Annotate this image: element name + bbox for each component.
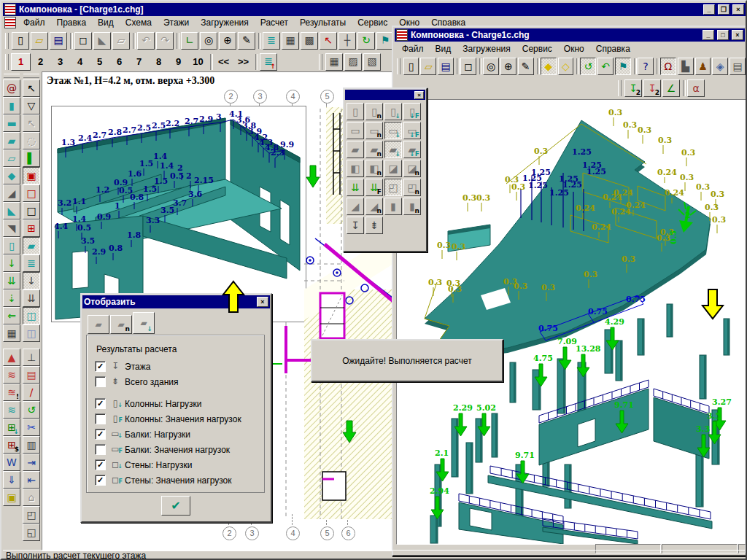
two-panes-outline-button[interactable]: ◫ xyxy=(23,324,40,342)
new-document-button[interactable]: ▯ xyxy=(403,58,419,75)
palette-slab-load-button[interactable]: ▰↓ xyxy=(384,141,402,158)
floor-button-9[interactable]: 9 xyxy=(169,53,188,71)
toolbar-grip[interactable] xyxy=(4,74,20,78)
checkbox-4[interactable]: ✓ xyxy=(95,429,106,440)
context-help-button[interactable]: ? xyxy=(638,58,654,75)
palette-load-lines-button[interactable]: ⇟ xyxy=(365,217,383,234)
worker-figure-button[interactable]: ♟ xyxy=(695,58,711,75)
sketch-box-button[interactable]: ◈ xyxy=(712,58,728,75)
palette-column-force-button[interactable]: ▯↓F xyxy=(403,103,421,120)
calc-warning-button[interactable]: ≋! xyxy=(3,384,20,401)
select-lasso-button[interactable]: ◌ xyxy=(23,132,40,149)
render-flag-button[interactable]: ⚑ xyxy=(615,58,631,75)
anvil-tool-button[interactable]: ⊥ xyxy=(23,349,40,366)
export-fragment-button[interactable]: ⇥ xyxy=(23,454,40,471)
pan-cross-button[interactable]: ┼ xyxy=(338,32,356,50)
palette-wall-n-button[interactable]: ◢n xyxy=(365,198,383,215)
add-console-button[interactable]: ◆ xyxy=(3,167,20,184)
dialog-ok-button[interactable]: ✔ xyxy=(161,496,190,516)
undo-button[interactable]: ↶ xyxy=(137,32,155,50)
menu-item-2[interactable]: Вид xyxy=(92,16,120,29)
grid-cut-button[interactable]: ▧ xyxy=(363,53,381,71)
arrow-down-tool-button[interactable]: ↓ xyxy=(23,272,40,289)
anchor-at-button[interactable]: @ xyxy=(3,79,20,97)
toolbar-grip[interactable] xyxy=(5,33,9,49)
two-panes-button[interactable]: ◫ xyxy=(23,307,40,324)
child-menu-item-1[interactable]: Вид xyxy=(430,42,457,55)
load-per-area-green-button[interactable]: ↧2 xyxy=(624,79,642,97)
select-frame-button[interactable]: ◻ xyxy=(74,32,92,50)
tab-elements[interactable]: ▰ xyxy=(88,315,109,334)
rotate-view-button[interactable]: ↺ xyxy=(580,58,596,75)
select-plus-button[interactable]: ↖ xyxy=(23,114,40,132)
floor-button-8[interactable]: 8 xyxy=(149,53,169,71)
table-cost-button[interactable]: ⊞$ xyxy=(3,436,20,454)
zoom-target-button[interactable]: ⊕ xyxy=(500,58,516,75)
floor-button-4[interactable]: 4 xyxy=(70,53,90,71)
corner-detail-pm-button[interactable]: ◱ xyxy=(23,524,40,541)
calc-results-button[interactable]: ≋ xyxy=(3,401,20,419)
checkbox-1[interactable] xyxy=(95,376,106,387)
floor-button-7[interactable]: 7 xyxy=(129,53,149,71)
grid-delete-button[interactable]: ▨ xyxy=(344,53,362,71)
add-column-button[interactable]: ▮ xyxy=(3,97,20,114)
palette-roof-n-button[interactable]: ◪n xyxy=(403,160,421,177)
yellow-down-arrow-icon[interactable] xyxy=(700,287,726,322)
floor-button-2[interactable]: 2 xyxy=(31,53,50,71)
floor-button-1[interactable]: 1 xyxy=(11,53,31,71)
window-red-filled-button[interactable]: ▣ xyxy=(23,167,40,184)
axes-origin-button[interactable]: ∟ xyxy=(181,32,198,50)
add-wall-low-button[interactable]: ◣ xyxy=(3,202,20,219)
load-per-area-red-button[interactable]: ↧2 xyxy=(643,79,661,97)
cursor-red-button[interactable]: ↖ xyxy=(320,32,337,50)
palette-column-n-button[interactable]: ▯n xyxy=(365,103,383,120)
grid-view-button[interactable]: ▦ xyxy=(282,32,299,50)
menu-item-3[interactable]: Схема xyxy=(120,16,158,29)
view-wire-cube-button[interactable]: ◇ xyxy=(558,58,574,75)
minimize-button[interactable]: _ xyxy=(703,4,715,15)
palette-block-n-button[interactable]: ◰n xyxy=(403,179,421,196)
child-maximize-button[interactable]: □ xyxy=(717,30,729,40)
add-partition-button[interactable]: ◥ xyxy=(3,219,20,237)
add-slab-button[interactable]: ▰ xyxy=(3,132,20,149)
add-pier-button[interactable]: ▯ xyxy=(3,237,20,254)
fragment-grid-button[interactable]: ▦ xyxy=(3,324,20,342)
palette-pier-button[interactable]: ▮ xyxy=(384,198,402,215)
palette-column-load-button[interactable]: ▯↓ xyxy=(384,103,402,120)
add-point-load-button[interactable]: ↓ xyxy=(3,254,20,272)
layers-view-button[interactable]: ≣ xyxy=(263,32,280,50)
return-view-button[interactable]: ↶ xyxy=(597,58,614,75)
palette-load-line-button[interactable]: ↧ xyxy=(347,217,364,234)
menu-item-8[interactable]: Сервис xyxy=(352,16,393,29)
menu-item-7[interactable]: Результаты xyxy=(294,16,352,29)
palette-block-button[interactable]: ◰ xyxy=(384,179,402,196)
palette-close-button[interactable]: × xyxy=(414,91,424,99)
grid-new-button[interactable]: ▩ xyxy=(301,32,318,50)
view-solid-cube-button[interactable]: ◆ xyxy=(541,58,557,75)
palette-slab-force-button[interactable]: ▰↓F xyxy=(403,141,421,158)
calc-all-floors-button[interactable]: ≋ xyxy=(3,366,20,384)
dialog-close-button[interactable]: × xyxy=(257,297,268,307)
palette-beam-button[interactable]: ▭ xyxy=(347,122,364,139)
checkbox-0[interactable]: ✓ xyxy=(95,361,106,372)
child-menu-item-5[interactable]: Справка xyxy=(590,42,636,55)
section-tool-button[interactable]: ◣ xyxy=(93,32,111,50)
checkbox-7[interactable]: ✓ xyxy=(95,475,106,486)
restore-button[interactable]: ❐ xyxy=(718,4,729,15)
tab-loads[interactable]: ▰↓ xyxy=(133,312,155,334)
toolbar-grip[interactable] xyxy=(618,80,622,96)
child-minimize-button[interactable]: _ xyxy=(703,30,714,40)
palette-pier-n-button[interactable]: ▮n xyxy=(403,198,421,215)
arrows-down-tool-button[interactable]: ⇊ xyxy=(23,289,40,307)
menu-item-0[interactable]: Файл xyxy=(18,16,51,29)
column-under-load-button[interactable]: ⇓ xyxy=(3,471,20,489)
palette-beam-load-button[interactable]: ▭↓ xyxy=(384,122,402,139)
table-loads-button[interactable]: ⊞↓ xyxy=(3,419,20,436)
filter-select-button[interactable]: ▽ xyxy=(23,97,40,114)
paint-properties-button[interactable]: ▌ xyxy=(23,149,40,167)
rotate-fragment-button[interactable]: ↺ xyxy=(23,401,40,419)
yellow-up-arrow-icon[interactable] xyxy=(220,279,247,316)
scissors-tool-button[interactable]: ✂ xyxy=(23,419,40,436)
palette-column-button[interactable]: ▯ xyxy=(347,103,364,120)
new-document-button[interactable]: ▯ xyxy=(12,32,29,50)
